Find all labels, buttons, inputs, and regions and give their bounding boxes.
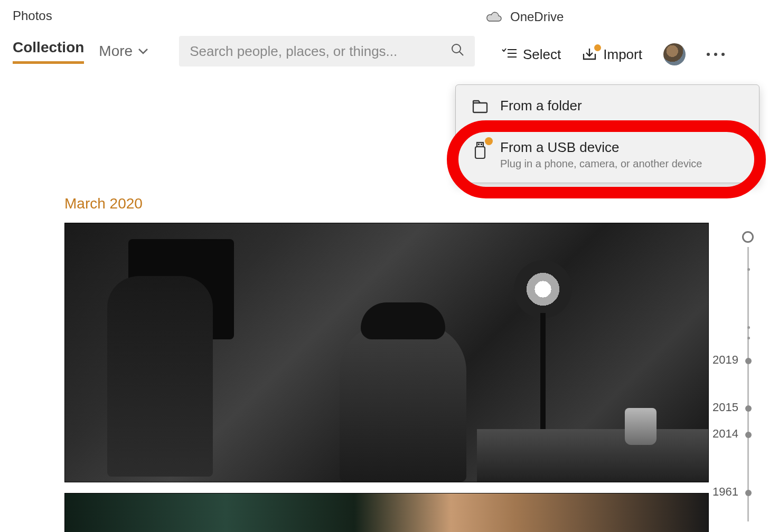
svg-line-1 [459, 52, 463, 55]
import-from-folder-label: From a folder [500, 98, 582, 114]
select-button[interactable]: Select [502, 46, 561, 63]
import-from-usb[interactable]: From a USB device Plug in a phone, camer… [456, 127, 759, 183]
timeline-year: 1961 [712, 485, 738, 499]
import-label: Import [603, 46, 642, 63]
svg-rect-7 [478, 144, 480, 145]
import-from-usb-label: From a USB device [500, 139, 702, 156]
timeline-line [747, 247, 749, 521]
search-box[interactable] [179, 36, 475, 66]
timeline-tick [747, 326, 750, 329]
onedrive-label: OneDrive [510, 10, 564, 24]
onedrive-status[interactable]: OneDrive [486, 10, 564, 24]
photo-thumbnail[interactable] [64, 493, 709, 532]
import-dropdown: From a folder From a USB device Plug in … [455, 84, 759, 183]
timeline-year: 2014 [712, 427, 738, 441]
search-input[interactable] [190, 43, 437, 60]
timeline-tick [747, 337, 750, 339]
toolbar-actions: Select Import [502, 43, 725, 65]
date-heading[interactable]: March 2020 [64, 195, 769, 212]
import-icon [582, 48, 597, 61]
timeline-scrubber[interactable]: 2019 2015 2014 1961 [709, 231, 756, 521]
timeline-marker[interactable] [745, 358, 752, 364]
cloud-icon [486, 11, 503, 23]
timeline-marker[interactable] [745, 490, 752, 496]
svg-rect-9 [475, 147, 485, 158]
select-label: Select [523, 46, 561, 63]
avatar[interactable] [663, 43, 686, 65]
import-button[interactable]: Import [582, 46, 642, 63]
notification-dot-icon [485, 137, 493, 145]
notification-dot-icon [594, 44, 601, 51]
tab-collection[interactable]: Collection [13, 39, 84, 64]
timeline-year: 2015 [712, 401, 738, 414]
timeline-tick [747, 268, 750, 271]
folder-icon [471, 98, 490, 113]
import-from-folder[interactable]: From a folder [456, 85, 759, 127]
titlebar: Photos [0, 0, 769, 27]
chevron-down-icon [138, 48, 148, 55]
timeline-marker[interactable] [745, 432, 752, 438]
import-from-usb-subtitle: Plug in a phone, camera, or another devi… [500, 158, 702, 170]
svg-rect-6 [477, 142, 483, 147]
svg-rect-5 [473, 103, 487, 112]
app-title: Photos [13, 8, 52, 23]
svg-point-0 [452, 44, 461, 53]
more-menu-button[interactable] [707, 53, 725, 56]
usb-icon [471, 139, 490, 159]
photo-thumbnail[interactable] [64, 223, 709, 482]
svg-rect-8 [481, 144, 482, 145]
timeline-year: 2019 [712, 353, 738, 367]
checklist-icon [502, 46, 517, 63]
timeline-marker[interactable] [745, 405, 752, 412]
search-icon [451, 43, 464, 60]
timeline-handle[interactable] [742, 231, 754, 243]
tab-more[interactable]: More [99, 43, 148, 60]
tab-more-label: More [99, 43, 133, 60]
